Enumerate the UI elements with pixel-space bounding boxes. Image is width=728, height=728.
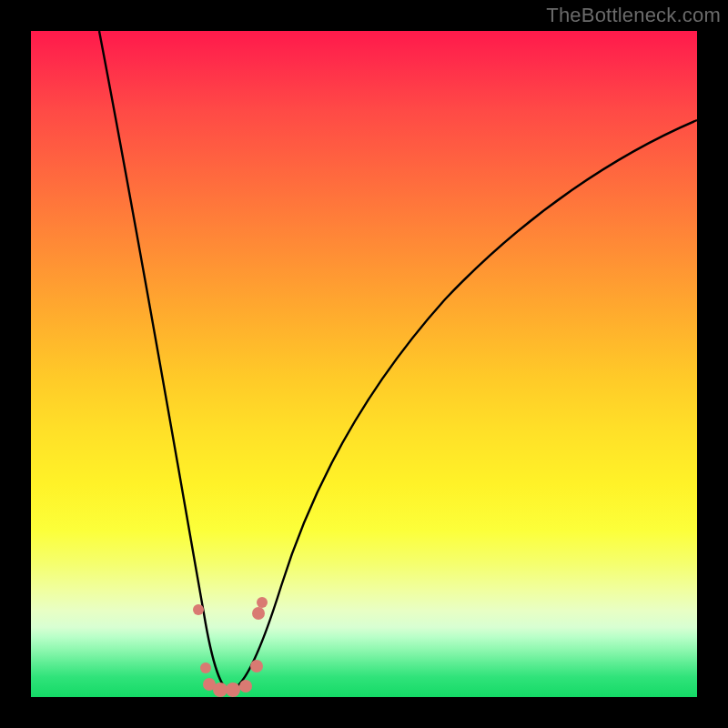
marker-point — [193, 604, 204, 615]
marker-point — [257, 597, 268, 608]
watermark-text: TheBottleneck.com — [546, 4, 721, 27]
plot-area — [31, 31, 697, 697]
marker-point — [200, 662, 211, 673]
marker-point — [226, 682, 240, 697]
marker-point — [250, 660, 263, 672]
marker-point — [213, 682, 228, 697]
bottleneck-curve — [99, 31, 697, 690]
chart-frame: TheBottleneck.com — [0, 0, 728, 728]
marker-point — [252, 607, 265, 620]
marker-point — [239, 680, 252, 693]
chart-svg — [31, 31, 697, 697]
